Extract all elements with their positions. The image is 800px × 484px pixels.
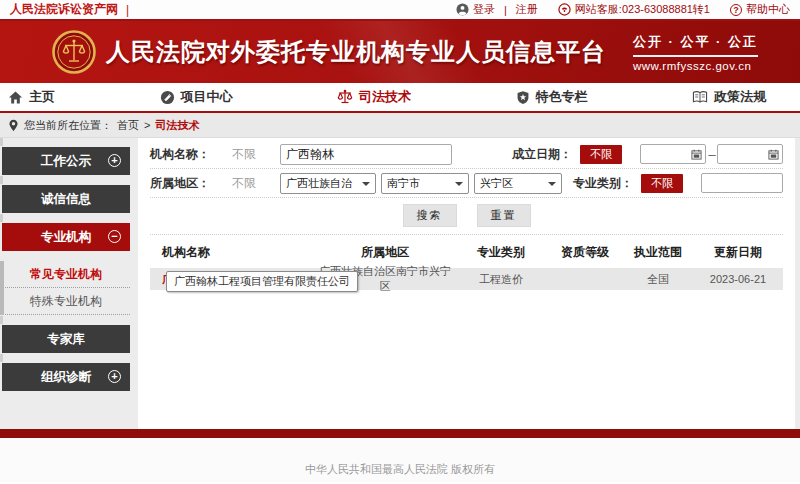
shield-icon (516, 90, 530, 105)
sidebar-label-integrity-info: 诚信信息 (41, 191, 91, 208)
page-title: 人民法院对外委托专业机构专业人员信息平台 (106, 36, 606, 68)
subitem-label-special-orgs: 特殊专业机构 (30, 293, 102, 310)
site-name: 人民法院诉讼资产网 (10, 1, 118, 18)
sidebar-label-professional-orgs: 专业机构 (41, 229, 91, 246)
copyright-text: 中华人民共和国最高人民法院 版权所有 (305, 462, 495, 482)
sidebar-subitem-special-orgs[interactable]: 特殊专业机构 (2, 288, 130, 315)
table-header-row: 机构名称 所属地区 专业类别 资质等级 执业范围 更新日期 (150, 235, 783, 268)
user-icon (456, 3, 469, 16)
subitem-label-common-orgs: 常见专业机构 (30, 266, 102, 283)
province-select[interactable]: 广西壮族自治 (280, 173, 376, 194)
category-label: 专业类别： (573, 175, 633, 192)
header-updated: 更新日期 (693, 244, 783, 261)
hotline: 网站客服:023-63088881转1 (558, 2, 710, 17)
category-any-button[interactable]: 不限 (641, 174, 683, 193)
site-banner: 人民法院对外委托专业机构专业人员信息平台 公开 · 公平 · 公正 www.rm… (0, 21, 800, 83)
help-label: 帮助中心 (746, 2, 790, 17)
nav-item-special-column[interactable]: 特色专栏 (516, 88, 588, 106)
sidebar-subitem-common-orgs[interactable]: 常见专业机构 (2, 261, 130, 288)
nav-item-home[interactable]: 主页 (8, 88, 55, 106)
expand-icon: + (108, 370, 121, 383)
scales-icon (337, 89, 353, 105)
hotline-text: 网站客服:023-63088881转1 (575, 2, 710, 17)
expand-icon: + (108, 154, 121, 167)
sidebar-label-org-diagnosis: 组织诊断 (41, 369, 91, 386)
sidebar-label-work-publicity: 工作公示 (41, 153, 91, 170)
sidebar-item-professional-orgs[interactable]: 专业机构 − (2, 223, 130, 251)
form-row-region: 所属地区： 不限 广西壮族自治 南宁市 兴宁区 专业类别： 不限 (150, 169, 783, 198)
breadcrumb-home-link[interactable]: 首页 (117, 118, 139, 133)
book-icon (692, 90, 708, 104)
founded-date-start-input[interactable] (640, 144, 706, 164)
nav-item-project-center[interactable]: 项目中心 (160, 88, 233, 106)
nav-label-project-center: 项目中心 (181, 88, 233, 106)
region-any: 不限 (232, 175, 280, 192)
banner-website: www.rmfysszc.gov.cn (633, 57, 758, 72)
region-label: 所属地区： (150, 175, 218, 192)
reset-button[interactable]: 重置 (477, 204, 531, 227)
home-icon (8, 90, 23, 105)
cell-updated: 2023-06-21 (693, 273, 783, 285)
login-link[interactable]: 登录 (456, 2, 495, 17)
main-area: 工作公示 + 诚信信息 专业机构 − 常见专业机构 特殊专业机构 专家库 组织诊… (0, 138, 800, 429)
nav-label-home: 主页 (29, 88, 55, 106)
project-center-icon (160, 90, 175, 105)
nav-label-policies: 政策法规 (714, 88, 766, 106)
help-icon: ? (730, 4, 742, 16)
category-input[interactable] (701, 173, 783, 193)
header-region: 所属地区 (315, 244, 455, 261)
form-actions: 搜索 重置 (150, 198, 783, 235)
calendar-icon (691, 149, 702, 160)
header-category: 专业类别 (455, 244, 547, 261)
sidebar-item-integrity-info[interactable]: 诚信信息 (2, 185, 130, 213)
calendar-icon (768, 149, 779, 160)
form-row-org-name: 机构名称： 不限 成立日期： 不限 --- (150, 140, 783, 169)
login-register-separator: | (504, 4, 507, 16)
site-name-link[interactable]: 人民法院诉讼资产网 | (10, 1, 129, 18)
search-button[interactable]: 搜索 (403, 204, 457, 227)
collapse-icon: − (108, 230, 121, 243)
org-name-any: 不限 (232, 146, 280, 163)
cell-category: 工程造价 (455, 272, 547, 287)
district-select[interactable]: 兴宁区 (474, 173, 562, 194)
header-grade: 资质等级 (547, 244, 623, 261)
nav-item-judicial-tech[interactable]: 司法技术 (337, 88, 411, 106)
help-center-link[interactable]: ? 帮助中心 (730, 2, 790, 17)
nav-item-policies[interactable]: 政策法规 (692, 88, 766, 106)
sidebar-item-expert-pool[interactable]: 专家库 (2, 325, 130, 353)
date-range-separator: --- (708, 149, 715, 160)
sidebar-item-org-diagnosis[interactable]: 组织诊断 + (2, 363, 130, 391)
bottom-red-bar (0, 429, 800, 438)
content-panel: 机构名称： 不限 成立日期： 不限 --- (138, 138, 795, 429)
header-scope: 执业范围 (623, 244, 693, 261)
breadcrumb: 您当前所在位置： 首页 > 司法技术 (0, 113, 800, 138)
nav-label-special-column: 特色专栏 (536, 88, 588, 106)
utility-bar: 人民法院诉讼资产网 | 登录 | 注册 网站客服:023-63088881转1 … (0, 0, 800, 21)
city-select[interactable]: 南宁市 (381, 173, 469, 194)
banner-slogan: 公开 · 公平 · 公正 (633, 33, 758, 57)
breadcrumb-separator: > (144, 119, 150, 131)
login-label: 登录 (473, 2, 495, 17)
register-link[interactable]: 注册 (516, 2, 538, 17)
breadcrumb-current: 司法技术 (155, 118, 199, 133)
founded-date-label: 成立日期： (512, 146, 572, 163)
org-name-label: 机构名称： (150, 146, 218, 163)
founded-any-button[interactable]: 不限 (580, 145, 622, 164)
site-name-divider: | (126, 3, 129, 17)
sidebar-item-work-publicity[interactable]: 工作公示 + (2, 147, 130, 175)
sidebar: 工作公示 + 诚信信息 专业机构 − 常见专业机构 特殊专业机构 专家库 组织诊… (0, 138, 130, 429)
header-org-name: 机构名称 (150, 244, 315, 261)
sidebar-label-expert-pool: 专家库 (47, 331, 85, 348)
court-emblem-icon (52, 30, 96, 74)
footer: 中华人民共和国最高人民法院 版权所有 (0, 438, 800, 482)
org-name-input[interactable] (280, 144, 452, 165)
phone-icon (558, 3, 571, 16)
main-nav: 主页 项目中心 司法技术 特色专栏 (0, 83, 800, 113)
nav-label-judicial-tech: 司法技术 (359, 88, 411, 106)
sidebar-submenu: 常见专业机构 特殊专业机构 (2, 261, 130, 315)
founded-date-end-input[interactable] (717, 144, 783, 164)
org-name-tooltip: 广西翰林工程项目管理有限责任公司 (166, 271, 358, 292)
breadcrumb-prefix: 您当前所在位置： (24, 118, 112, 133)
cell-scope: 全国 (623, 272, 693, 287)
location-pin-icon (8, 119, 19, 132)
